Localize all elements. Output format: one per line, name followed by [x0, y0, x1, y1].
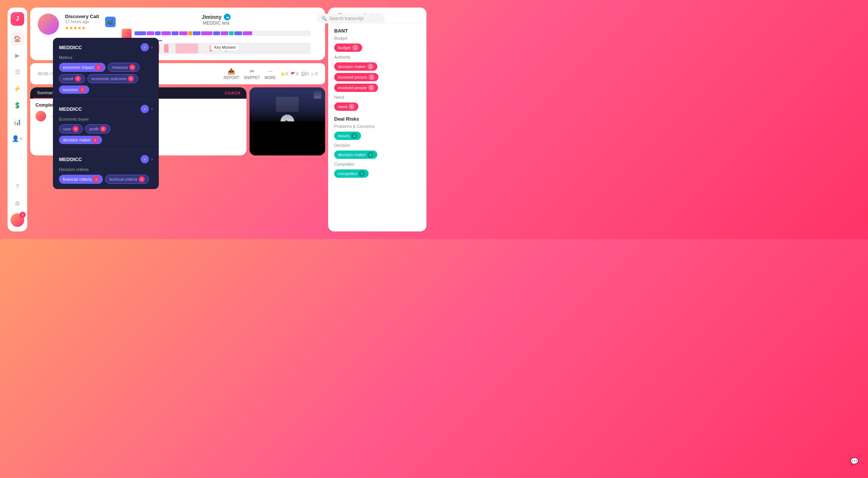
- timeline-bar: [201, 31, 212, 35]
- chevron-right-2[interactable]: ›: [151, 106, 153, 112]
- meddicc-icons-1: ✓ ›: [141, 43, 153, 51]
- timeline-marker: [164, 44, 169, 53]
- tag-financial-criteria[interactable]: financial criteria 1: [59, 175, 103, 184]
- tag-competitor-label: competitor: [338, 171, 357, 176]
- call-time: 17 hours ago: [65, 19, 99, 24]
- tag-result[interactable]: result 0: [59, 74, 85, 83]
- tag-technical-criteria[interactable]: techical criteria 0: [105, 175, 149, 184]
- tag-profit[interactable]: profit 0: [85, 124, 110, 133]
- video-top-section: [250, 87, 325, 121]
- tag-ip-count: 1: [369, 74, 375, 80]
- tag-decision-maker-auth[interactable]: decision maker 1: [334, 62, 377, 71]
- sidebar-item-help[interactable]: ?: [11, 180, 24, 194]
- tag-ipe-label: involved people: [338, 85, 367, 90]
- app-logo[interactable]: J: [11, 12, 24, 26]
- tag-need-label: need: [338, 104, 347, 109]
- check-circle-1: ✓: [141, 43, 149, 51]
- comment-reaction[interactable]: 💬 0: [301, 72, 309, 76]
- coach-label[interactable]: COACH: [222, 90, 243, 97]
- panel-section-bant: BANT Budget budget 1 Authority decision …: [334, 28, 420, 111]
- tag-economic-impact[interactable]: economic impact 1: [59, 63, 105, 72]
- sidebar-item-lightning[interactable]: ⚡: [11, 82, 24, 95]
- participant-thumb-1: [122, 29, 132, 39]
- search-icon: 🔍: [321, 16, 327, 21]
- sidebar-item-play[interactable]: ▶: [11, 48, 24, 62]
- decision-label: Decision criteria: [59, 167, 153, 172]
- star-reaction[interactable]: ⭐ 0: [281, 72, 288, 76]
- tag-dm2-label: decision maker: [338, 152, 366, 157]
- decision-tags: financial criteria 1 techical criteria 0: [59, 175, 153, 184]
- search-bar[interactable]: 🔍 Search transcript: [317, 14, 385, 23]
- deal-risks-title: Deal Risks: [334, 116, 420, 122]
- feedback-avatar-from: [36, 111, 46, 121]
- video-card: ⋯ ▶: [250, 87, 325, 155]
- tag-competitor[interactable]: competitor 1: [334, 169, 369, 178]
- metrics-label: Metrics: [59, 55, 153, 60]
- tag-involved-people[interactable]: involved people 1: [334, 84, 378, 92]
- tag-budget-count: 1: [352, 45, 358, 51]
- tag-need[interactable]: need 5: [334, 102, 358, 111]
- check-circle-2: ✓: [141, 105, 149, 113]
- panel-content: BANT Budget budget 1 Authority decision …: [328, 23, 426, 231]
- need-label: Need: [334, 95, 420, 99]
- decision-panel-tags: decision maker 1: [334, 151, 420, 159]
- report-icon: 📤: [228, 68, 235, 75]
- sidebar-badge: 5: [20, 212, 26, 218]
- meddic-test-label: MEDDIC test: [203, 20, 229, 26]
- tag-decision-maker-2[interactable]: decision maker 1: [334, 151, 377, 159]
- meddicc-icons-2: ✓ ›: [141, 105, 153, 113]
- video-screen-preview: [276, 97, 299, 112]
- timeline-marker-large: [175, 43, 198, 53]
- more-action[interactable]: ··· MORE: [265, 68, 276, 80]
- tag-user[interactable]: user 0: [59, 124, 83, 133]
- meddicc-header-2: MEDDICC ✓ ›: [59, 105, 153, 113]
- timeline-bar: [193, 31, 200, 35]
- timeline-bar: [179, 31, 188, 35]
- chevron-right-3[interactable]: ›: [151, 157, 153, 162]
- economic-tags: user 0 profit 0 decision maker 1: [59, 124, 153, 144]
- right-panel: Themes Statistics BANT Budget budget 1 A…: [328, 8, 426, 231]
- tag-economic-outcome[interactable]: economic outcome 0: [87, 74, 138, 83]
- need-tags: need 5: [334, 102, 420, 111]
- call-info: Discovery Call 17 hours ago ★★★★★: [65, 14, 99, 31]
- flag-reaction[interactable]: 🚩 0: [291, 72, 298, 76]
- bant-title: BANT: [334, 28, 420, 34]
- sidebar: J 🏠 ▶ ☰ ⚡ 💲 📊 👤+ ? ⚙ 5: [8, 8, 27, 231]
- tag-involved-person[interactable]: involved person 1: [334, 73, 378, 81]
- call-platform-icon: 📹: [105, 15, 116, 27]
- sidebar-item-home[interactable]: 🏠: [11, 32, 24, 45]
- tag-ip-label: involved person: [338, 75, 367, 79]
- call-title: Discovery Call: [65, 14, 99, 19]
- tag-measure[interactable]: measure 0: [108, 63, 140, 72]
- tag-dm2-count: 1: [367, 152, 374, 158]
- salesforce-icon: ☁: [224, 14, 231, 20]
- chevron-right-1[interactable]: ›: [151, 45, 153, 50]
- google-meet-icon: 📹: [105, 17, 116, 27]
- sidebar-item-users[interactable]: 👤+: [11, 132, 24, 145]
- report-action[interactable]: 📤 REPORT: [223, 68, 239, 80]
- sidebar-item-dollar[interactable]: 💲: [11, 98, 24, 112]
- check-circle-3: ✓: [141, 155, 149, 163]
- tag-dm-count: 1: [367, 64, 374, 70]
- snippet-label: SNIPPET: [244, 76, 260, 80]
- call-avatar: [38, 14, 59, 35]
- decision-label: Decision: [334, 143, 420, 147]
- snippet-action[interactable]: ✂ SNIPPET: [244, 68, 260, 80]
- metrics-tags: economic impact 1 measure 0 result 0 eco…: [59, 63, 153, 94]
- budget-tags: budget 1: [334, 43, 420, 52]
- sidebar-item-chart[interactable]: 📊: [11, 115, 24, 129]
- problems-label: Problems & Concerns: [334, 124, 420, 129]
- tag-decision-maker[interactable]: decision maker 1: [59, 136, 102, 144]
- tag-success[interactable]: success 1: [59, 85, 89, 94]
- timeline-bar: [155, 31, 161, 35]
- share-reaction[interactable]: ▷ 0: [312, 72, 318, 76]
- tag-issues[interactable]: issues 1: [334, 132, 361, 140]
- meddicc-icons-3: ✓ ›: [141, 155, 153, 163]
- tag-budget[interactable]: budget 1: [334, 43, 362, 52]
- report-label: REPORT: [223, 76, 239, 80]
- timeline-bar: [221, 31, 228, 35]
- sidebar-item-menu[interactable]: ☰: [11, 65, 24, 79]
- meddicc-header-1: MEDDICC ✓ ›: [59, 43, 153, 51]
- tag-ipe-count: 1: [368, 85, 374, 91]
- sidebar-item-settings[interactable]: ⚙: [11, 197, 24, 210]
